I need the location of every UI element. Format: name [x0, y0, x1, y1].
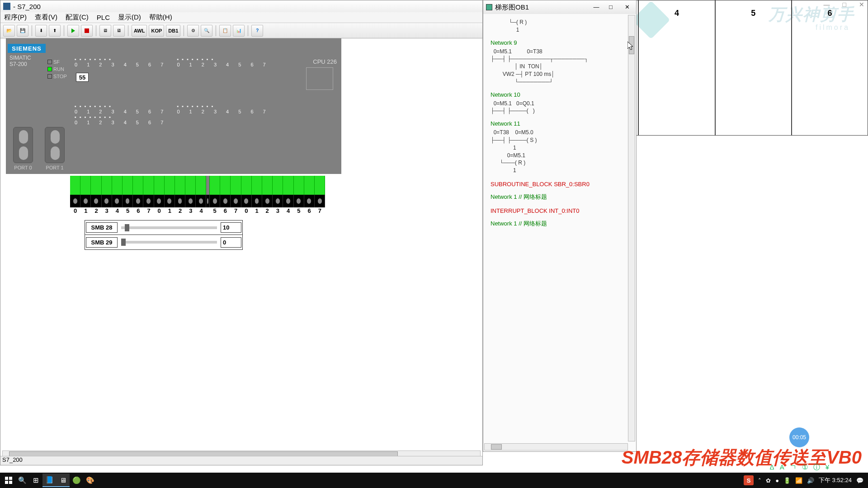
ladder-vscrollbar[interactable] — [628, 15, 635, 441]
watermark-diamond-icon — [632, 1, 670, 39]
svg-rect-3 — [9, 481, 12, 484]
tb-open-icon[interactable]: 📂 — [3, 25, 15, 37]
terminal-bottom — [70, 195, 325, 207]
network10-title: Network 10 — [491, 91, 629, 98]
smb29-value[interactable]: 0 — [221, 237, 241, 248]
ime-cand-2[interactable]: ㄱ — [790, 463, 797, 472]
ladder-app-icon — [486, 4, 492, 10]
taskbar-app3-icon[interactable]: 🟢 — [70, 474, 83, 487]
ladder-min-button[interactable]: — — [591, 2, 602, 11]
led-stop-label: STOP — [53, 74, 67, 79]
ladder-title-text: 梯形图OB1 — [495, 3, 529, 12]
tb-run-button[interactable] — [67, 25, 79, 37]
ladder-max-button[interactable]: □ — [605, 2, 616, 11]
port0-label: PORT 0 — [13, 165, 33, 170]
port1-icon[interactable] — [45, 127, 65, 163]
ime-icon[interactable]: S — [744, 475, 754, 485]
smb29-slider[interactable] — [121, 241, 217, 244]
simulation-area: SIEMENS SIMATIC S7-200 CPU 226 55 SF RUN… — [0, 38, 482, 454]
tb-kop-button[interactable]: KOP — [149, 25, 164, 37]
tb-tool2-icon[interactable]: 🔍 — [201, 25, 212, 37]
statusbar: S7_200 — [0, 456, 482, 465]
tb-monitor2-icon[interactable]: 🖥 — [113, 25, 125, 37]
network9-rung: 0=M5.1 0=T38 ├──┤ ├──────────┬────────┐ … — [491, 48, 629, 86]
tb-tool3-icon[interactable]: 📋 — [219, 25, 231, 37]
menu-view[interactable]: 查看(V) — [35, 13, 57, 22]
ime-cand-1[interactable]: A — [780, 463, 784, 472]
toolbar: 📂 💾 ⬇ ⬆ 🖥 🖥 AWL KOP DB1 ⚙ 🔍 📋 📊 ? — [0, 23, 482, 38]
system-tray: S ˄ ✿ ● 🔋 📶 🔊 下午 3:52:24 💬 — [744, 475, 866, 485]
menu-display[interactable]: 显示(D) — [118, 13, 141, 22]
ime-candidate-bar[interactable]: Δ A ㄱ ① ⓘ ¥ — [770, 463, 829, 472]
status-leds: SF RUN STOP — [47, 58, 67, 80]
tray-chevron-icon[interactable]: ˄ — [758, 477, 761, 484]
mode-selector[interactable] — [306, 67, 333, 90]
plc-model: S7-200 — [9, 61, 27, 67]
taskview-icon[interactable]: ⊞ — [29, 474, 42, 487]
svg-rect-2 — [5, 481, 8, 484]
tray-network-icon[interactable]: 📶 — [795, 477, 802, 484]
terminal-top[interactable] — [70, 176, 325, 195]
int-block-title: INTERRUPT_BLOCK INT_0:INT0 — [491, 207, 629, 214]
ladder-titlebar[interactable]: 梯形图OB1 — □ ✕ — [483, 0, 636, 14]
terminal-numbers: 01234567 01234 56701234 567 — [70, 207, 325, 214]
sbr-net1: Network 1 // 网络标题 — [491, 193, 629, 201]
tb-upload-icon[interactable]: ⬆ — [49, 25, 61, 37]
svg-rect-0 — [5, 477, 8, 480]
smb28-row: SMB 28 10 — [85, 221, 242, 235]
tb-tool1-icon[interactable]: ⚙ — [187, 25, 199, 37]
port0-icon[interactable] — [13, 127, 33, 163]
tb-help-icon[interactable]: ? — [251, 25, 263, 37]
watermark-sub: filmora — [816, 23, 850, 32]
smb28-slider[interactable] — [121, 226, 217, 229]
tray-icon-1[interactable]: ✿ — [766, 477, 771, 484]
ime-cand-4[interactable]: ⓘ — [813, 463, 820, 472]
app-title: - S7_200 — [13, 3, 41, 10]
ladder-close-button[interactable]: ✕ — [622, 2, 632, 11]
tb-save-icon[interactable]: 💾 — [17, 25, 28, 37]
tray-volume-icon[interactable]: 🔊 — [807, 477, 814, 484]
tb-tool4-icon[interactable]: 📊 — [233, 25, 245, 37]
taskbar-app1-icon[interactable]: 📘 — [42, 474, 56, 487]
port1-label: PORT 1 — [45, 165, 65, 170]
tray-notifications-icon[interactable]: 💬 — [856, 477, 863, 484]
menu-plc[interactable]: PLC — [97, 14, 110, 21]
watermark-brand: 万兴神剪手 — [769, 4, 854, 26]
led-run-label: RUN — [53, 66, 64, 72]
int-net1: Network 1 // 网络标题 — [491, 220, 629, 228]
taskbar-app4-icon[interactable]: 🎨 — [83, 474, 97, 487]
taskbar-app2-icon[interactable]: 🖥 — [56, 474, 70, 487]
rung-top-fragment: └─( R ) 1 — [491, 19, 629, 34]
ladder-body[interactable]: └─( R ) 1 Network 9 0=M5.1 0=T38 ├──┤ ├─… — [483, 14, 636, 439]
menu-config[interactable]: 配置(C) — [66, 13, 89, 22]
cycle-counter: 55 — [76, 73, 89, 82]
menu-program[interactable]: 程序(P) — [4, 13, 27, 22]
bg-close-icon[interactable]: ✕ — [859, 1, 864, 8]
cursor-icon — [627, 42, 636, 52]
ladder-hscrollbar[interactable] — [484, 443, 628, 450]
smb28-label: SMB 28 — [86, 222, 118, 233]
tray-clock[interactable]: 下午 3:52:24 — [819, 476, 852, 484]
tb-download-icon[interactable]: ⬇ — [35, 25, 47, 37]
menubar: 程序(P) 查看(V) 配置(C) PLC 显示(D) 帮助(H) — [0, 12, 482, 23]
plc-panel: SIEMENS SIMATIC S7-200 CPU 226 55 SF RUN… — [6, 38, 341, 174]
tb-stop-button[interactable] — [81, 25, 93, 37]
ime-cand-0[interactable]: Δ — [770, 463, 774, 472]
smb-panel: SMB 28 10 SMB 29 0 — [85, 220, 243, 250]
led-run-icon — [47, 67, 52, 71]
led-stop-icon — [47, 74, 52, 79]
tb-db1-button[interactable]: DB1 — [166, 25, 180, 37]
ime-cand-5[interactable]: ¥ — [826, 463, 829, 472]
tb-awl-button[interactable]: AWL — [132, 25, 147, 37]
tb-monitor1-icon[interactable]: 🖥 — [99, 25, 111, 37]
start-button[interactable] — [2, 474, 15, 487]
smb28-value[interactable]: 10 — [221, 222, 241, 233]
status-text: S7_200 — [2, 456, 23, 463]
ime-cand-3[interactable]: ① — [802, 463, 808, 472]
menu-help[interactable]: 帮助(H) — [149, 13, 172, 22]
tray-battery-icon[interactable]: 🔋 — [783, 477, 791, 484]
led-sf-icon — [47, 60, 52, 64]
tray-icon-2[interactable]: ● — [775, 477, 779, 484]
plc-family: SIMATIC — [9, 55, 31, 61]
search-icon[interactable]: 🔍 — [15, 474, 29, 487]
